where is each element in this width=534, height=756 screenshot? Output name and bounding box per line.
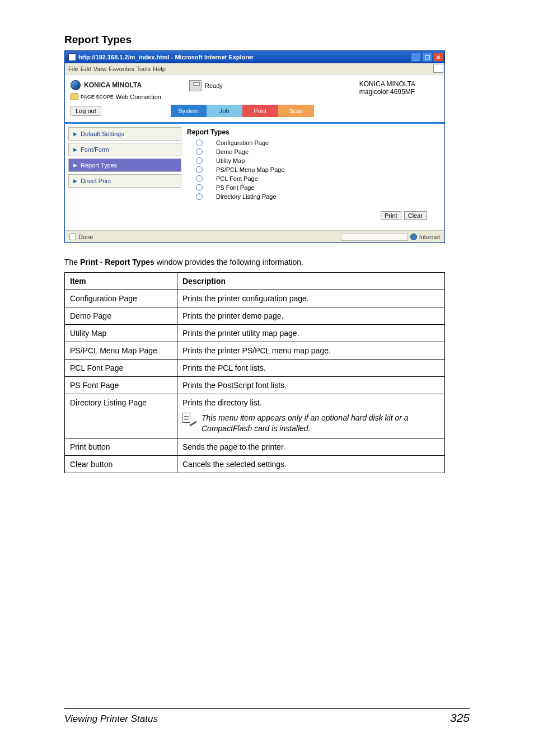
cell-desc: Prints the directory list. This menu ite…: [177, 394, 445, 438]
cell-desc: Sends the page to the printer.: [177, 438, 445, 455]
triangle-icon: ▶: [73, 131, 77, 137]
option-ps-font-page[interactable]: PS Font Page: [196, 184, 439, 191]
option-label: PCL Font Page: [216, 175, 258, 182]
option-label: Demo Page: [216, 148, 249, 155]
km-globe-icon: [71, 80, 81, 90]
cell-item: PCL Font Page: [65, 360, 177, 377]
option-utility-map[interactable]: Utility Map: [196, 157, 439, 164]
browser-menubar: File Edit View Favorites Tools Help: [65, 63, 444, 74]
table-row: Print button Sends the page to the print…: [65, 438, 445, 455]
menu-file[interactable]: File: [68, 66, 78, 72]
cell-desc: Prints the printer configuration page.: [177, 290, 445, 307]
radio-icon[interactable]: [196, 193, 203, 200]
status-zone-label: Internet: [419, 234, 440, 240]
cell-item: Print button: [65, 438, 177, 455]
radio-icon[interactable]: [196, 139, 203, 146]
sidebar-item-direct-print[interactable]: ▶ Direct Print: [68, 174, 181, 188]
intro-text: The Print - Report Types window provides…: [64, 258, 470, 267]
sidebar-item-label: Direct Print: [81, 178, 111, 184]
triangle-icon: ▶: [73, 178, 77, 184]
model-brand: KONICA MINOLTA: [359, 80, 415, 88]
sidebar-item-report-types[interactable]: ▶ Report Types: [68, 158, 181, 172]
done-icon: [69, 234, 76, 240]
logout-button[interactable]: Log out: [71, 106, 101, 116]
triangle-icon: ▶: [73, 162, 77, 168]
status-done-label: Done: [78, 234, 93, 240]
option-directory-listing[interactable]: Directory Listing Page: [196, 193, 439, 200]
option-demo-page[interactable]: Demo Page: [196, 148, 439, 155]
browser-window: http://192.168.1.2/m_index.html - Micros…: [64, 50, 445, 243]
window-titlebar: http://192.168.1.2/m_index.html - Micros…: [65, 51, 444, 63]
clear-button[interactable]: Clear: [404, 211, 427, 220]
option-label: PS Font Page: [216, 184, 255, 191]
table-header-row: Item Description: [65, 273, 445, 290]
table-row: PS Font Page Prints the PostScript font …: [65, 377, 445, 394]
sidebar: ▶ Default Settings ▶ Font/Form ▶ Report …: [65, 124, 185, 230]
sidebar-item-label: Default Settings: [81, 130, 124, 137]
note-icon: [182, 413, 196, 424]
table-row: Directory Listing Page Prints the direct…: [65, 394, 445, 438]
tab-job[interactable]: Job: [207, 105, 242, 117]
window-close-button[interactable]: ✕: [433, 53, 443, 62]
table-row: PCL Font Page Prints the PCL font lists.: [65, 360, 445, 377]
table-row: Clear button Cancels the selected settin…: [65, 455, 445, 473]
cell-item: Clear button: [65, 455, 177, 473]
panel-title: Report Types: [187, 128, 439, 136]
cell-desc: Prints the PCL font lists.: [177, 360, 445, 377]
radio-icon[interactable]: [196, 148, 203, 155]
pagescope-icon: [71, 94, 78, 100]
window-minimize-button[interactable]: _: [411, 53, 421, 62]
option-label: Utility Map: [216, 157, 245, 164]
option-pcl-font-page[interactable]: PCL Font Page: [196, 175, 439, 182]
radio-icon[interactable]: [196, 184, 203, 191]
tab-system[interactable]: System: [171, 105, 207, 117]
pagescope-prefix: PAGE SCOPE: [81, 94, 114, 100]
table-row: Utility Map Prints the printer utility m…: [65, 325, 445, 342]
sidebar-item-font-form[interactable]: ▶ Font/Form: [68, 143, 181, 156]
cell-item: Directory Listing Page: [65, 394, 177, 438]
radio-icon[interactable]: [196, 175, 203, 182]
progress-placeholder: [341, 233, 408, 241]
menu-view[interactable]: View: [93, 66, 107, 72]
window-restore-button[interactable]: ❐: [422, 53, 432, 62]
cell-desc: Prints the printer PS/PCL menu map page.: [177, 342, 445, 360]
browser-statusbar: Done Internet: [65, 230, 444, 242]
cell-desc: Prints the printer utility map page.: [177, 325, 445, 342]
option-configuration-page[interactable]: Configuration Page: [196, 139, 439, 146]
pagescope-label: Web Connection: [116, 94, 161, 100]
table-row: Demo Page Prints the printer demo page.: [65, 307, 445, 325]
menu-favorites[interactable]: Favorites: [109, 66, 134, 72]
radio-icon[interactable]: [196, 166, 203, 173]
brand-label: KONICA MINOLTA: [84, 81, 142, 89]
option-label: PS/PCL Menu Map Page: [216, 166, 285, 173]
cell-desc: Cancels the selected settings.: [177, 455, 445, 473]
cell-desc: Prints the printer demo page.: [177, 307, 445, 325]
sidebar-item-default-settings[interactable]: ▶ Default Settings: [68, 127, 181, 141]
option-pspcl-menu-map[interactable]: PS/PCL Menu Map Page: [196, 166, 439, 173]
menu-edit[interactable]: Edit: [81, 66, 91, 72]
header-item: Item: [65, 273, 177, 290]
printer-icon: [189, 80, 202, 91]
menu-help[interactable]: Help: [153, 66, 166, 72]
menu-tools[interactable]: Tools: [137, 66, 151, 72]
cell-desc: Prints the PostScript font lists.: [177, 377, 445, 394]
option-label: Directory Listing Page: [216, 193, 277, 200]
header-description: Description: [177, 273, 445, 290]
cell-item: Utility Map: [65, 325, 177, 342]
section-heading: Report Types: [64, 34, 470, 46]
description-table: Item Description Configuration Page Prin…: [64, 272, 445, 473]
radio-icon[interactable]: [196, 157, 203, 164]
print-button[interactable]: Print: [381, 211, 401, 220]
printer-status: Ready: [205, 82, 223, 89]
tab-scan[interactable]: Scan: [278, 105, 314, 117]
footer-section-title: Viewing Printer Status: [64, 713, 158, 725]
page-footer: Viewing Printer Status 325: [64, 708, 470, 725]
model-name: magicolor 4695MF: [359, 88, 415, 96]
tab-print[interactable]: Print: [242, 105, 278, 117]
window-title: http://192.168.1.2/m_index.html - Micros…: [78, 54, 254, 60]
triangle-icon: ▶: [73, 147, 77, 152]
table-row: PS/PCL Menu Map Page Prints the printer …: [65, 342, 445, 360]
sidebar-item-label: Font/Form: [81, 146, 109, 153]
cell-item: Configuration Page: [65, 290, 177, 307]
note-text: This menu item appears only if an option…: [202, 413, 439, 434]
